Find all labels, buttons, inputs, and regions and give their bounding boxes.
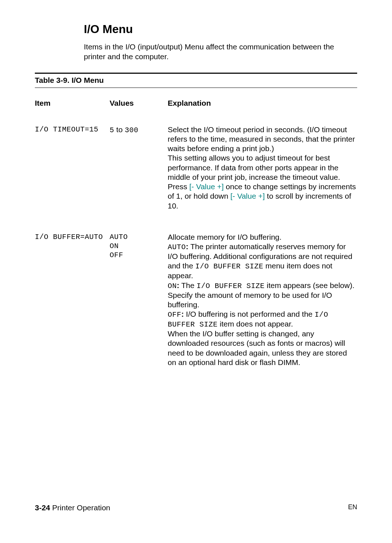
section-title: I/O Menu — [84, 23, 357, 36]
table-caption: Table 3-9. I/O Menu — [35, 76, 357, 85]
cell-explanation: Allocate memory for I/O buffering. AUTO:… — [168, 232, 357, 367]
table-row: I/O BUFFER=AUTO AUTO ON OFF Allocate mem… — [35, 225, 357, 382]
value-option: AUTO — [110, 232, 168, 242]
value-min: 5 — [110, 126, 114, 134]
expl-para: When the I/O buffer setting is changed, … — [168, 329, 357, 367]
value-button-label: [- Value +] — [230, 192, 265, 200]
cell-item: I/O BUFFER=AUTO — [35, 232, 110, 367]
table-row: I/O TIMEOUT=15 5 to 300 Select the I/O t… — [35, 118, 357, 225]
expl-para: AUTO: The printer automatically reserves… — [168, 242, 357, 281]
value-option: ON — [110, 242, 168, 251]
expl-para: Allocate memory for I/O buffering. — [168, 232, 357, 242]
value-button-label: [- Value +] — [189, 182, 224, 191]
expl-para: Press [- Value +] once to change setting… — [168, 182, 357, 211]
page-footer: 3-24 Printer Operation EN — [35, 503, 357, 512]
footer-lang: EN — [348, 503, 357, 512]
cell-item: I/O TIMEOUT=15 — [35, 125, 110, 211]
cell-values: 5 to 300 — [110, 125, 168, 211]
header-explanation: Explanation — [168, 99, 357, 108]
cell-explanation: Select the I/O timeout period in seconds… — [168, 125, 357, 211]
cell-values: AUTO ON OFF — [110, 232, 168, 367]
title-block: I/O Menu Items in the I/O (input/output)… — [84, 23, 357, 62]
value-option: OFF — [110, 251, 168, 260]
value-sep: to — [114, 125, 125, 134]
table-top-rule — [35, 73, 357, 74]
expl-para: OFF: I/O buffering is not performed and … — [168, 309, 357, 329]
header-values: Values — [110, 99, 168, 108]
page-content: I/O Menu Items in the I/O (input/output)… — [35, 23, 357, 382]
footer-section: Printer Operation — [50, 503, 110, 512]
footer-left: 3-24 Printer Operation — [35, 503, 110, 512]
intro-text: Items in the I/O (input/output) Menu aff… — [84, 42, 357, 62]
expl-para: This setting allows you to adjust timeou… — [168, 153, 357, 182]
value-max: 300 — [125, 126, 139, 134]
expl-para: ON: The I/O BUFFER SIZE item appears (se… — [168, 281, 357, 310]
footer-page-number: 3-24 — [35, 503, 50, 512]
header-item: Item — [35, 99, 110, 108]
expl-para: Select the I/O timeout period in seconds… — [168, 125, 357, 154]
table-header-row: Item Values Explanation — [35, 88, 357, 118]
